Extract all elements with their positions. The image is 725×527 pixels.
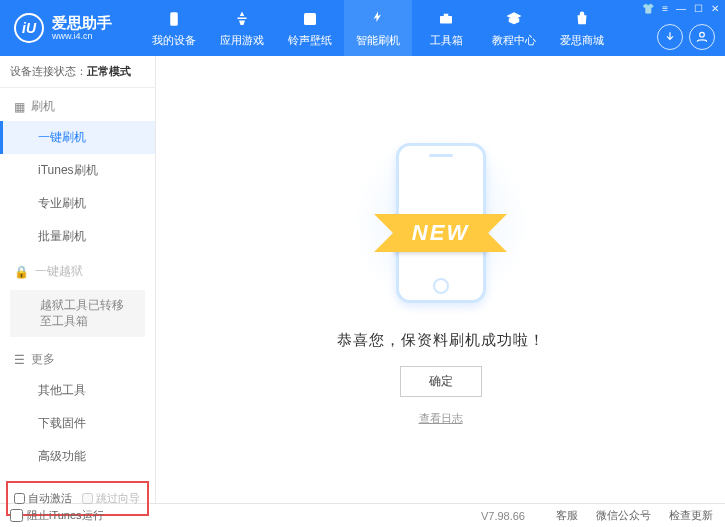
lock-icon: 🔒 (14, 265, 29, 279)
skip-guide-checkbox[interactable]: 跳过向导 (82, 491, 140, 506)
sidebar-jailbreak-note: 越狱工具已转移至工具箱 (10, 290, 145, 337)
logo: iU 爱思助手 www.i4.cn (0, 13, 140, 43)
user-button[interactable] (689, 24, 715, 50)
flash-icon (368, 9, 388, 29)
sidebar-item-batch-flash[interactable]: 批量刷机 (0, 220, 155, 253)
app-title: 爱思助手 (52, 15, 112, 30)
sidebar-item-oneclick-flash[interactable]: 一键刷机 (0, 121, 155, 154)
auto-activate-checkbox[interactable]: 自动激活 (14, 491, 72, 506)
svg-rect-1 (304, 13, 316, 25)
apps-icon (232, 9, 252, 29)
sidebar: 设备连接状态：正常模式 ▦刷机 一键刷机 iTunes刷机 专业刷机 批量刷机 … (0, 56, 156, 503)
logo-icon: iU (14, 13, 44, 43)
nav-tutorials[interactable]: 教程中心 (480, 0, 548, 56)
new-ribbon: NEW (394, 214, 487, 252)
view-log-link[interactable]: 查看日志 (419, 411, 463, 426)
sidebar-item-itunes-flash[interactable]: iTunes刷机 (0, 154, 155, 187)
footer-link-support[interactable]: 客服 (556, 508, 578, 523)
svg-point-4 (700, 32, 705, 37)
app-header: iU 爱思助手 www.i4.cn 我的设备 应用游戏 铃声壁纸 智能刷机 工具… (0, 0, 725, 56)
connection-status: 设备连接状态：正常模式 (0, 56, 155, 88)
sidebar-group-jailbreak: 🔒一键越狱 (0, 253, 155, 286)
skin-icon[interactable]: 👕 (642, 3, 654, 14)
close-button[interactable]: ✕ (711, 3, 719, 14)
wallpaper-icon (300, 9, 320, 29)
maximize-button[interactable]: ☐ (694, 3, 703, 14)
ok-button[interactable]: 确定 (400, 366, 482, 397)
main-content: NEW 恭喜您，保资料刷机成功啦！ 确定 查看日志 (156, 56, 725, 503)
store-icon (572, 9, 592, 29)
list-icon: ▦ (14, 100, 25, 114)
footer-link-update[interactable]: 检查更新 (669, 508, 713, 523)
footer-link-wechat[interactable]: 微信公众号 (596, 508, 651, 523)
nav-store[interactable]: 爱思商城 (548, 0, 616, 56)
nav-smart-flash[interactable]: 智能刷机 (344, 0, 412, 56)
success-illustration: NEW (331, 133, 551, 313)
window-controls: 👕 ≡ — ☐ ✕ (642, 3, 719, 14)
svg-rect-3 (444, 13, 449, 15)
nav-toolbox[interactable]: 工具箱 (412, 0, 480, 56)
toolbox-icon (436, 9, 456, 29)
nav-my-device[interactable]: 我的设备 (140, 0, 208, 56)
device-icon (164, 9, 184, 29)
nav-ringtone-wallpaper[interactable]: 铃声壁纸 (276, 0, 344, 56)
sidebar-group-more[interactable]: ☰更多 (0, 341, 155, 374)
download-button[interactable] (657, 24, 683, 50)
block-itunes-checkbox[interactable]: 阻止iTunes运行 (10, 508, 104, 523)
more-icon: ☰ (14, 353, 25, 367)
svg-rect-2 (440, 16, 452, 24)
sidebar-group-flash[interactable]: ▦刷机 (0, 88, 155, 121)
version-label: V7.98.66 (481, 510, 525, 522)
sidebar-item-advanced[interactable]: 高级功能 (0, 440, 155, 473)
success-message: 恭喜您，保资料刷机成功啦！ (337, 331, 545, 350)
minimize-button[interactable]: — (676, 3, 686, 14)
sidebar-item-other-tools[interactable]: 其他工具 (0, 374, 155, 407)
nav-apps-games[interactable]: 应用游戏 (208, 0, 276, 56)
app-subtitle: www.i4.cn (52, 32, 112, 41)
svg-rect-0 (170, 12, 178, 26)
sidebar-item-download-fw[interactable]: 下载固件 (0, 407, 155, 440)
sidebar-item-pro-flash[interactable]: 专业刷机 (0, 187, 155, 220)
tutorial-icon (504, 9, 524, 29)
top-nav: 我的设备 应用游戏 铃声壁纸 智能刷机 工具箱 教程中心 爱思商城 (140, 0, 725, 56)
menu-icon[interactable]: ≡ (662, 3, 668, 14)
